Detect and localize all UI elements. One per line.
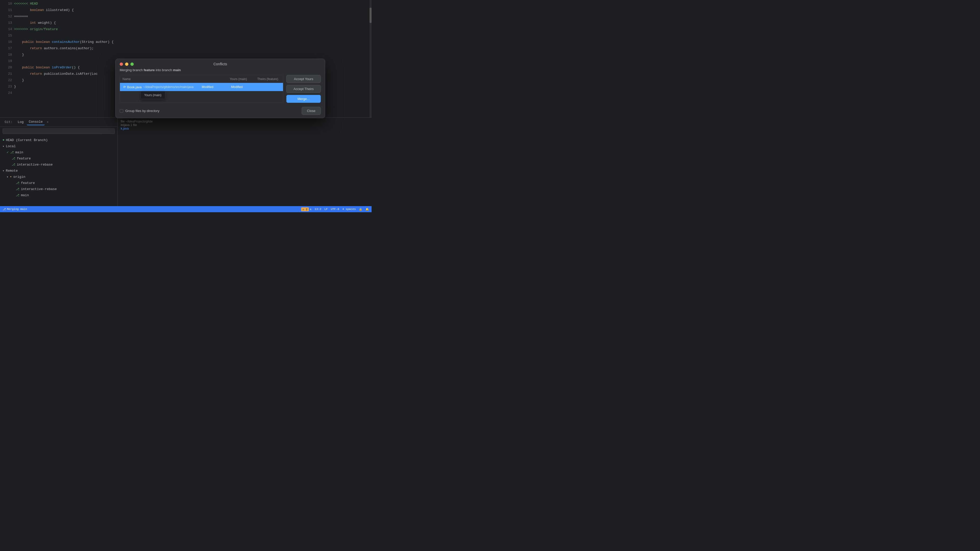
group-files-label: Group files by directory — [125, 109, 159, 113]
origin-expand-icon: ▾ — [6, 175, 8, 179]
tree-remote-interactive-rebase[interactable]: ⎇ interactive-rebase — [3, 186, 115, 192]
right-panel: file ~/IdeaProjects/gitde in/java 1 file… — [118, 118, 372, 212]
remote-main-label: main — [21, 193, 29, 197]
file-ref2: in/java 1 file — [121, 123, 137, 127]
code-line: <<<<<<< HEAD — [14, 0, 369, 7]
warning-badge: ⚠ 2 — [301, 207, 309, 211]
remote-label: Remote — [6, 169, 18, 173]
tree-origin[interactable]: ▾ ▪ origin — [3, 174, 115, 180]
conflicts-file-table: Name Yours (main) Theirs (feature) ⟳ Boo… — [120, 75, 283, 103]
file-conflict-icon: ⟳ — [122, 85, 127, 89]
head-label: HEAD (Current Branch) — [6, 138, 48, 142]
tree-remote[interactable]: ▾ Remote — [3, 168, 115, 174]
panel-tabs: Git: Log Console × — [0, 118, 118, 127]
remote-main-icon: ⎇ — [16, 193, 19, 197]
group-files-checkbox-row: Group files by directory — [120, 109, 159, 113]
scrollbar-thumb[interactable] — [369, 8, 372, 23]
dialog-subtitle: Merging branch feature into branch main — [116, 68, 325, 75]
table-row[interactable]: ⟳ Book.java ~/IdeaProjects/gitdemo/src/m… — [120, 83, 283, 91]
bottom-panel: Git: Log Console × ‹ ⊙ ✓ ↑ ↓ ⎇ ≡ ⋯ ● HEA… — [0, 118, 118, 212]
tree-local[interactable]: ▾ Local — [3, 143, 115, 149]
remote-feature-icon: ⎇ — [16, 181, 19, 185]
dialog-title: Conflicts — [120, 62, 321, 66]
minimize-window-button[interactable] — [125, 62, 128, 66]
status-lf: LF — [325, 208, 328, 211]
tree-branch-main[interactable]: ✓ ⎇ main — [3, 149, 115, 156]
code-line: int weight) { — [14, 20, 369, 26]
col-name: Name — [120, 77, 224, 81]
status-charset: UTF-8 — [331, 208, 339, 211]
status-indent: 4 spaces — [342, 208, 356, 211]
status-lock-icon: 🔒 — [359, 208, 363, 211]
code-line: >>>>>>> origin/feature — [14, 26, 369, 32]
maximize-window-button[interactable] — [130, 62, 134, 66]
code-line: } — [14, 52, 369, 58]
group-files-checkbox[interactable] — [120, 109, 123, 113]
col-yours: Yours (main) — [224, 77, 252, 81]
head-icon: ● — [3, 138, 4, 142]
branch-feature-label: feature — [17, 157, 31, 160]
tree-branch-feature[interactable]: ⎇ feature — [3, 156, 115, 162]
local-expand-icon: ▾ — [3, 144, 4, 148]
git-branch-icon: ⎇ — [3, 208, 6, 211]
col-theirs: Theirs (feature) — [252, 77, 283, 81]
tree-head[interactable]: ● HEAD (Current Branch) — [3, 137, 115, 143]
status-position: 13:2 — [315, 208, 321, 211]
conflicts-dialog: Conflicts Merging branch feature into br… — [115, 59, 325, 118]
tree-remote-feature[interactable]: ⎇ feature — [3, 180, 115, 186]
dialog-footer: Group files by directory Close — [116, 103, 325, 118]
folder-icon: ▪ — [10, 175, 12, 179]
row-filename: Book.java — [127, 85, 142, 89]
branch-irebase-icon: ⎇ — [12, 163, 15, 167]
branch-main-text: main — [173, 68, 181, 72]
branch-feature-text: feature — [144, 68, 155, 72]
traffic-lights — [120, 62, 134, 66]
scrollbar-track[interactable] — [369, 0, 372, 118]
branch-main-icon: ⎇ — [10, 151, 14, 154]
accept-theirs-button[interactable]: Accept Theirs — [286, 85, 321, 93]
branch-interactive-rebase-label: interactive-rebase — [17, 163, 52, 167]
tab-git-label: Git: — [3, 119, 14, 125]
tree-branch-interactive-rebase[interactable]: ⎇ interactive-rebase — [3, 162, 115, 168]
branch-feature-icon: ⎇ — [12, 157, 15, 160]
git-tree: ● HEAD (Current Branch) ▾ Local ✓ ⎇ main… — [0, 135, 118, 200]
dialog-action-buttons: Accept Yours Accept Theirs Merge... — [286, 75, 321, 103]
tab-log[interactable]: Log — [16, 119, 25, 125]
remote-feature-label: feature — [21, 181, 35, 185]
status-bar: ⎇ Merging main ⚠ 2 ∧ 13:2 LF UTF-8 4 spa… — [0, 206, 372, 212]
row-filepath: ~/IdeaProjects/gitdemo/src/main/java — [143, 85, 193, 89]
tree-remote-main[interactable]: ⎇ main — [3, 192, 115, 198]
code-line: return authors.contains(author); — [14, 45, 369, 52]
line-numbers: 10 11 12 13 14 15 16 17 18 19 20 21 22 2… — [0, 0, 14, 118]
close-window-button[interactable] — [120, 62, 123, 66]
check-mark-icon: ✓ — [6, 150, 9, 154]
tab-close-icon[interactable]: × — [47, 121, 48, 124]
local-label: Local — [6, 144, 16, 148]
branch-main-label: main — [15, 151, 23, 154]
table-header: Name Yours (main) Theirs (feature) — [120, 75, 283, 83]
yours-main-tooltip: Yours (main) — [140, 91, 165, 99]
remote-irebase-icon: ⎇ — [16, 187, 19, 191]
sidebar-search-area — [0, 127, 118, 135]
file-name: k.java — [121, 127, 129, 130]
chevron-up-icon: ∧ — [310, 208, 312, 211]
file-ref: file ~/IdeaProjects/gitde — [121, 120, 153, 123]
accept-yours-button[interactable]: Accept Yours — [286, 75, 321, 83]
dialog-main-content: Name Yours (main) Theirs (feature) ⟳ Boo… — [116, 75, 325, 103]
row-status-yours: Modified — [193, 85, 221, 89]
tab-console[interactable]: Console — [27, 119, 45, 125]
merge-button[interactable]: Merge... — [286, 95, 321, 103]
status-bell-icon: 🔔 — [366, 208, 369, 211]
remote-expand-icon: ▾ — [3, 169, 4, 172]
search-input[interactable] — [3, 128, 115, 134]
close-button[interactable]: Close — [302, 107, 321, 115]
status-warning[interactable]: ⚠ 2 ∧ — [301, 207, 311, 211]
code-line: ======= — [14, 13, 369, 20]
status-branch: ⎇ Merging main — [3, 208, 27, 211]
code-line: boolean illustrated) { — [14, 7, 369, 13]
dialog-titlebar: Conflicts — [116, 59, 325, 68]
remote-irebase-label: interactive-rebase — [21, 187, 57, 191]
right-panel-content: file ~/IdeaProjects/gitde in/java 1 file… — [118, 118, 372, 132]
origin-label: origin — [13, 175, 25, 179]
row-status-theirs: Modified — [221, 85, 252, 89]
